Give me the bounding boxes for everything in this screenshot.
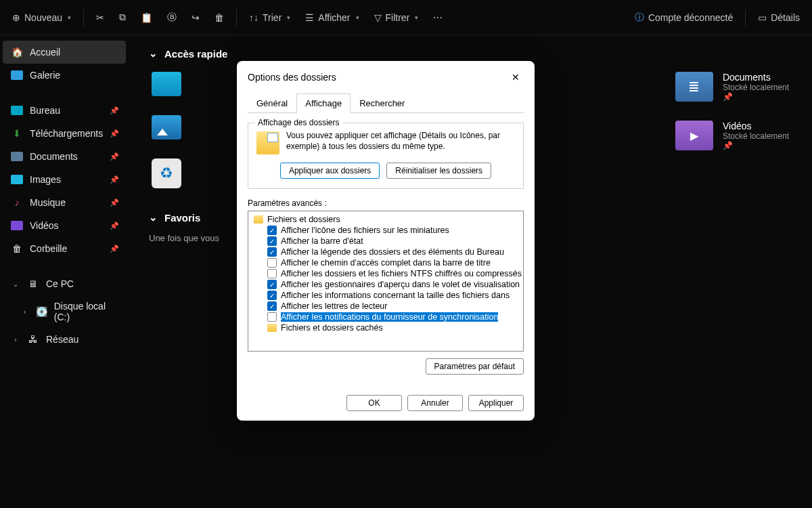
pc-icon: 🖥 [27, 278, 39, 290]
quick-access-label: Accès rapide [164, 48, 227, 60]
folder-recycle[interactable] [149, 156, 184, 191]
copy-button[interactable]: ⧉ [114, 7, 131, 27]
info-icon: ⓘ [635, 12, 644, 24]
tree-item[interactable]: Afficher les dossiers et les fichiers NT… [250, 268, 522, 279]
folder-options-dialog: Options des dossiers ✕ Général Affichage… [237, 61, 535, 421]
chevron-down-icon: ⌄ [11, 280, 20, 288]
sidebar-label: Galerie [30, 70, 60, 81]
folder-icon [267, 324, 277, 332]
sidebar-label: Corbeille [30, 243, 67, 254]
reset-folders-button[interactable]: Réinitialiser les dossiers [386, 163, 491, 179]
pin-icon: 📌 [110, 198, 119, 207]
folder-views-group: Affichage des dossiers Vous pouvez appli… [248, 123, 524, 189]
separator [745, 9, 746, 26]
view-button[interactable]: ☰ Afficher ▾ [300, 8, 364, 27]
tree-item[interactable]: ✓Afficher la légende des dossiers et des… [250, 247, 522, 257]
trash-icon: 🗑 [215, 12, 224, 23]
share-icon: ↪ [191, 12, 200, 23]
music-icon: ♪ [11, 196, 23, 209]
checkbox[interactable]: ✓ [267, 236, 277, 246]
download-icon: ⬇ [11, 127, 23, 140]
details-button[interactable]: ▭ Détails [752, 8, 805, 27]
tree-label: Fichiers et dossiers [267, 215, 340, 224]
paste-button[interactable]: 📋 [135, 8, 158, 27]
sidebar-item-network[interactable]: › 🖧 Réseau [3, 328, 126, 351]
cut-button[interactable]: ✂ [91, 8, 110, 27]
advanced-settings-tree[interactable]: Fichiers et dossiers ✓Afficher l'icône d… [248, 211, 524, 352]
sidebar-label: Vidéos [30, 220, 59, 231]
tree-item[interactable]: ✓Afficher l'icône des fichiers sur les m… [250, 225, 522, 236]
sort-button[interactable]: ↑↓ Trier ▾ [244, 8, 296, 27]
pictures-folder-icon [152, 115, 181, 140]
new-button[interactable]: ⊕ Nouveau ▾ [7, 8, 76, 27]
pin-icon: 📌 [110, 175, 119, 184]
checkbox[interactable]: ✓ [267, 280, 277, 289]
apply-button[interactable]: Appliquer [468, 395, 524, 411]
tree-label: Afficher la légende des dossiers et des … [281, 247, 504, 257]
folder-pictures[interactable] [149, 112, 184, 142]
sidebar-item-gallery[interactable]: Galerie [3, 64, 126, 87]
plus-icon: ⊕ [12, 12, 20, 23]
folder-documents[interactable]: Documents Stocké localement 📌 [673, 69, 792, 104]
tree-item[interactable]: Afficher le chemin d'accès complet dans … [250, 257, 522, 268]
close-button[interactable]: ✕ [508, 69, 524, 85]
folder-icon [256, 131, 279, 154]
sidebar-item-recycle[interactable]: 🗑 Corbeille 📌 [3, 237, 126, 260]
cancel-button[interactable]: Annuler [407, 395, 463, 411]
tree-root[interactable]: Fichiers et dossiers [250, 214, 522, 225]
sidebar-item-documents[interactable]: Documents 📌 [3, 145, 126, 168]
details-icon: ▭ [758, 12, 767, 23]
pictures-icon [11, 173, 23, 186]
chevron-down-icon: ▾ [68, 14, 71, 21]
tab-view[interactable]: Affichage [296, 93, 351, 113]
filter-button[interactable]: ▽ Filtrer ▾ [369, 8, 424, 27]
restore-defaults-button[interactable]: Paramètres par défaut [426, 358, 524, 375]
share-button[interactable]: ↪ [186, 8, 205, 27]
tab-general[interactable]: Général [248, 93, 296, 113]
tab-search[interactable]: Rechercher [351, 93, 413, 113]
recycle-folder-icon [152, 158, 181, 188]
ok-button[interactable]: OK [346, 395, 402, 411]
checkbox[interactable] [267, 258, 277, 268]
tree-item[interactable]: Afficher les notifications du fournisseu… [250, 312, 522, 322]
rename-button[interactable]: ⓐ [162, 7, 182, 28]
sidebar-item-videos[interactable]: Vidéos 📌 [3, 214, 126, 237]
checkbox[interactable] [267, 312, 277, 322]
tree-label: Afficher les gestionnaires d'aperçu dans… [281, 280, 520, 289]
folder-videos[interactable]: Vidéos Stocké localement 📌 [673, 118, 792, 153]
folder-desktop[interactable] [149, 69, 184, 99]
tree-item[interactable]: ✓Afficher les gestionnaires d'aperçu dan… [250, 279, 522, 290]
checkbox[interactable]: ✓ [267, 247, 277, 257]
checkbox[interactable]: ✓ [267, 291, 277, 300]
sidebar-item-music[interactable]: ♪ Musique 📌 [3, 191, 126, 214]
tree-item[interactable]: ✓Afficher les informations concernant la… [250, 290, 522, 301]
sidebar-item-thispc[interactable]: ⌄ 🖥 Ce PC [3, 272, 126, 295]
folder-subtitle: Stocké localement [723, 131, 789, 141]
tree-label: Fichiers et dossiers cachés [281, 323, 383, 333]
tree-hidden-root[interactable]: Fichiers et dossiers cachés [250, 322, 522, 333]
sidebar-item-desktop[interactable]: Bureau 📌 [3, 99, 126, 122]
group-text: Vous pouvez appliquer cet affichage (Dét… [286, 130, 515, 152]
sidebar-item-disk[interactable]: › 💽 Disque local (C:) [3, 295, 126, 328]
more-button[interactable]: ⋯ [428, 8, 448, 27]
folder-icon [254, 215, 263, 224]
separator [83, 9, 84, 26]
checkbox[interactable]: ✓ [267, 301, 277, 311]
tree-item[interactable]: ✓Afficher la barre d'état [250, 236, 522, 247]
delete-button[interactable]: 🗑 [209, 8, 229, 27]
favorites-label: Favoris [164, 212, 200, 224]
sidebar-label: Bureau [30, 105, 60, 116]
apply-to-folders-button[interactable]: Appliquer aux dossiers [280, 163, 380, 179]
account-status[interactable]: ⓘ Compte déconnecté [629, 7, 738, 28]
account-label: Compte déconnecté [648, 12, 733, 23]
sidebar-item-pictures[interactable]: Images 📌 [3, 168, 126, 191]
checkbox[interactable] [267, 269, 277, 278]
copy-icon: ⧉ [119, 12, 126, 23]
checkbox[interactable]: ✓ [267, 226, 277, 235]
sidebar-item-downloads[interactable]: ⬇ Téléchargements 📌 [3, 122, 126, 145]
quick-access-header[interactable]: ⌄ Accès rapide [149, 47, 792, 60]
tree-item[interactable]: ✓Afficher les lettres de lecteur [250, 301, 522, 312]
new-label: Nouveau [24, 12, 62, 23]
gallery-icon [11, 69, 23, 81]
sidebar-item-home[interactable]: 🏠 Accueil [3, 41, 126, 64]
